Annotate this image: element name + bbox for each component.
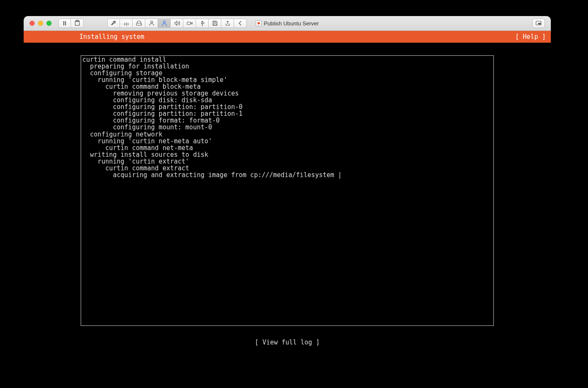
traffic-lights <box>24 21 52 26</box>
settings-button[interactable] <box>107 19 120 28</box>
vm-icon <box>256 20 261 26</box>
sound-icon <box>174 20 180 27</box>
snapshot-icon <box>74 20 81 27</box>
floppy-icon <box>212 20 218 27</box>
expand-button[interactable] <box>120 19 133 28</box>
window-title: Publish Ubuntu Server <box>256 20 318 27</box>
zoom-button[interactable] <box>46 21 52 26</box>
installer-header: Installing system [ Help ] <box>24 31 551 43</box>
svg-rect-8 <box>214 21 216 22</box>
hdd-icon <box>136 20 142 27</box>
svg-point-7 <box>202 25 203 26</box>
user-button[interactable] <box>145 19 158 28</box>
user-active-icon <box>161 20 168 27</box>
user-icon <box>148 20 155 27</box>
camera-button[interactable] <box>183 19 196 28</box>
sound-button[interactable] <box>171 19 183 28</box>
svg-point-4 <box>150 21 152 23</box>
chevron-left-icon <box>237 20 244 27</box>
toolbar-group-pause <box>58 19 84 28</box>
back-button[interactable] <box>234 19 247 28</box>
pip-icon <box>535 20 542 27</box>
usb-button[interactable] <box>196 19 209 28</box>
svg-point-3 <box>140 24 141 25</box>
help-button[interactable]: [ Help ] <box>515 33 546 41</box>
wrench-icon <box>110 20 117 27</box>
toolbar-group-main <box>107 19 247 28</box>
vm-window: Publish Ubuntu Server Installing system … <box>24 16 551 347</box>
pip-button[interactable] <box>532 19 545 28</box>
install-log: curtin command install preparing for ins… <box>81 55 494 326</box>
share-icon <box>224 20 231 27</box>
camera-icon <box>186 20 193 27</box>
installer-title: Installing system <box>79 33 144 41</box>
svg-point-5 <box>163 21 165 23</box>
titlebar: Publish Ubuntu Server <box>24 16 551 31</box>
toolbar-right <box>532 19 545 28</box>
snapshot-button[interactable] <box>71 19 84 28</box>
share-button[interactable] <box>221 19 234 28</box>
expand-icon <box>123 20 130 27</box>
svg-rect-6 <box>187 22 191 25</box>
hdd-button[interactable] <box>133 19 145 28</box>
minimize-button[interactable] <box>38 21 43 26</box>
view-full-log-button[interactable]: [ View full log ] <box>24 339 551 346</box>
installer-screen: Installing system [ Help ] curtin comman… <box>24 31 551 347</box>
user-active-button[interactable] <box>158 19 171 28</box>
close-button[interactable] <box>30 21 35 26</box>
floppy-button[interactable] <box>209 19 221 28</box>
window-title-text: Publish Ubuntu Server <box>264 20 318 27</box>
pause-button[interactable] <box>58 19 71 28</box>
usb-icon <box>199 20 206 27</box>
svg-rect-11 <box>538 23 541 25</box>
pause-icon <box>61 20 68 27</box>
